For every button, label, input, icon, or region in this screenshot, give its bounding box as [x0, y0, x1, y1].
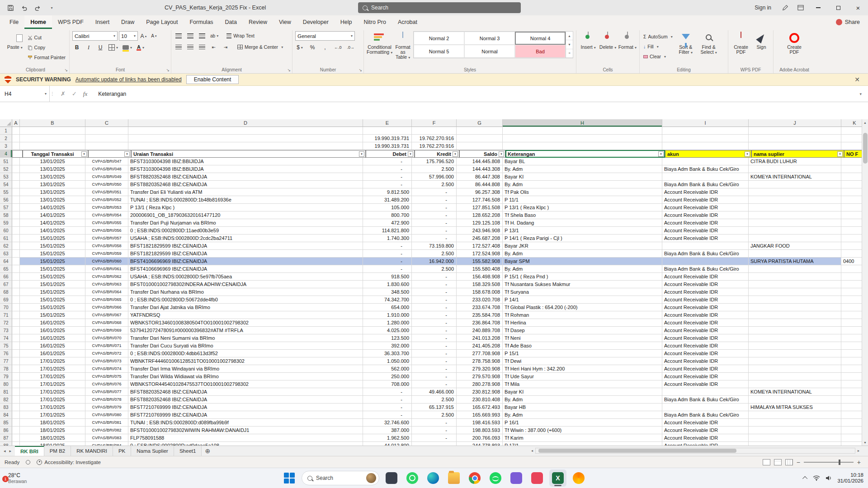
cell-E86[interactable]: 387.000: [363, 427, 412, 434]
styles-gallery-up-button[interactable]: ▲: [566, 32, 573, 40]
cell-D67[interactable]: BFST010001002798302INDERA ADHIW:CENAIDJA: [128, 281, 363, 288]
sheet-tab-rk-bri[interactable]: RK BRI: [15, 446, 44, 456]
format-cells-button[interactable]: Format▾: [618, 31, 637, 50]
cell-E62[interactable]: -: [363, 242, 412, 250]
cell-B2[interactable]: [20, 135, 85, 142]
cell-J57[interactable]: [749, 204, 841, 211]
sheet-nav-left-icon[interactable]: ◂: [4, 449, 6, 453]
cell-H85[interactable]: P 16/1: [503, 419, 662, 427]
cell-D56[interactable]: TUNAI ; ESB:INDS:0002800D:1b48b816936e: [128, 196, 363, 204]
cell-A66[interactable]: [12, 273, 20, 281]
cell-D55[interactable]: Transfer Dari Eli Yulianti via ATM: [128, 188, 363, 196]
cell-J66[interactable]: [749, 273, 841, 281]
cell-G58[interactable]: 128.652.208: [457, 211, 503, 219]
cell-H61[interactable]: P 14/1 ( Reza Parigi - Cjl ): [503, 235, 662, 242]
clock[interactable]: 10:18 31/01/2026: [837, 472, 863, 484]
cell-H54[interactable]: By. Adm: [503, 181, 662, 188]
customize-quick-access-button[interactable]: ▾: [45, 2, 57, 14]
restore-button[interactable]: [828, 0, 848, 15]
cell-B81[interactable]: 17/01/2025: [20, 388, 85, 396]
cell-C78[interactable]: CVPAS/BRI/074: [85, 365, 128, 373]
cell-A86[interactable]: [12, 427, 20, 434]
cell-D84[interactable]: BFST7210769999 IBIZ:CENAIDJA: [128, 411, 363, 419]
cell-F77[interactable]: -: [412, 357, 457, 365]
scroll-up-icon[interactable]: ▲: [862, 119, 868, 126]
cell-H63[interactable]: By. Adm: [503, 250, 662, 258]
close-button[interactable]: ×: [848, 0, 868, 15]
cell-H83[interactable]: Bayar HB: [503, 404, 662, 411]
cell-B84[interactable]: 17/01/2025: [20, 411, 85, 419]
taskbar-browser-icon[interactable]: [570, 469, 587, 487]
cell-F76[interactable]: -: [412, 350, 457, 357]
cell-E58[interactable]: 800.700: [363, 211, 412, 219]
cell-E67[interactable]: 1.830.600: [363, 281, 412, 288]
cell-D71[interactable]: YATFNDRSQ: [128, 311, 363, 319]
cell-C79[interactable]: CVPAS/BRI/075: [85, 373, 128, 380]
cell-G84[interactable]: 165.669.993: [457, 411, 503, 419]
row-header-88[interactable]: 88: [0, 442, 12, 446]
cell-I61[interactable]: Account Receivable IDR: [662, 235, 749, 242]
cell-B63[interactable]: 15/01/2025: [20, 250, 85, 258]
cell-D68[interactable]: Transfer Dari Nurhana via BRImo: [128, 288, 363, 296]
cell-B4[interactable]: Tanggal Transaksi▾: [23, 150, 88, 158]
cell-F70[interactable]: -: [412, 304, 457, 311]
cell-H52[interactable]: By. Adm: [503, 165, 662, 173]
cell-E68[interactable]: 348.500: [363, 288, 412, 296]
cell-B51[interactable]: 13/01/2025: [20, 158, 85, 165]
row-header-54[interactable]: 54: [0, 181, 12, 188]
cell-D85[interactable]: TUNAI ; ESB:INDS:0002800D:d089fba99b9f: [128, 419, 363, 427]
cell-A84[interactable]: [12, 411, 20, 419]
cell-I72[interactable]: Account Receivable IDR: [662, 319, 749, 327]
cell-D87[interactable]: FLP758091588: [128, 434, 363, 442]
align-middle-button[interactable]: [186, 31, 195, 40]
cell-H2[interactable]: [503, 135, 662, 142]
cell-F51[interactable]: 175.796.520: [412, 158, 457, 165]
row-header-74[interactable]: 74: [0, 334, 12, 342]
cell-E56[interactable]: 31.489.200: [363, 196, 412, 204]
cell-A71[interactable]: [12, 311, 20, 319]
cell-H58[interactable]: Tf Shela Baso: [503, 211, 662, 219]
font-size-select[interactable]: 10▾: [119, 31, 138, 41]
cell-C76[interactable]: CVPAS/BRI/072: [85, 350, 128, 357]
decrease-indent-button[interactable]: ⇤: [209, 42, 218, 52]
filter-button-C4[interactable]: ▾: [124, 151, 130, 157]
cell-C85[interactable]: CVPAS/BRI/081: [85, 419, 128, 427]
align-center-button[interactable]: [186, 42, 195, 52]
cell-F65[interactable]: 2.500: [412, 265, 457, 273]
decrease-font-size-button[interactable]: A▼: [150, 32, 159, 41]
cell-B70[interactable]: 15/01/2025: [20, 304, 85, 311]
sheet-tab-sheet1[interactable]: Sheet1: [174, 446, 202, 456]
ribbon-tab-help[interactable]: Help: [335, 15, 358, 29]
undo-button[interactable]: [18, 2, 30, 14]
cell-E51[interactable]: -: [363, 158, 412, 165]
bold-button[interactable]: B: [72, 43, 81, 52]
cell-J74[interactable]: [749, 334, 841, 342]
cell-J82[interactable]: [749, 396, 841, 404]
cell-I71[interactable]: Account Receivable IDR: [662, 311, 749, 319]
cell-A60[interactable]: [12, 227, 20, 235]
cell-H78[interactable]: Tf Heri Hani Hym : 342.200: [503, 365, 662, 373]
cell-A52[interactable]: [12, 165, 20, 173]
cell-I2[interactable]: [662, 135, 749, 142]
cell-H64[interactable]: Bayar SPM: [503, 258, 662, 265]
cell-C52[interactable]: CVPAS/BRI/048: [85, 165, 128, 173]
row-header-52[interactable]: 52: [0, 165, 12, 173]
weather-widget[interactable]: 1 28°C Berawan: [5, 473, 27, 484]
cell-J59[interactable]: [749, 219, 841, 227]
row-header-66[interactable]: 66: [0, 273, 12, 281]
row-header-79[interactable]: 79: [0, 373, 12, 380]
cell-E70[interactable]: 654.000: [363, 304, 412, 311]
cell-E72[interactable]: 1.280.000: [363, 319, 412, 327]
cell-A75[interactable]: [12, 342, 20, 350]
enter-icon[interactable]: ✓: [72, 90, 77, 97]
cell-E76[interactable]: 36.303.700: [363, 350, 412, 357]
row-header-60[interactable]: 60: [0, 227, 12, 235]
cell-I82[interactable]: Biaya Adm Bank & Buku Cek/Giro: [662, 396, 749, 404]
ribbon-tab-wps-pdf[interactable]: WPS PDF: [52, 15, 90, 29]
row-header-80[interactable]: 80: [0, 380, 12, 388]
cell-A83[interactable]: [12, 404, 20, 411]
cell-G67[interactable]: 158.329.508: [457, 281, 503, 288]
cell-D51[interactable]: BFST3103004398 IBIZ:BBIJIDJA: [128, 158, 363, 165]
cell-G69[interactable]: 233.020.708: [457, 296, 503, 304]
cell-I81[interactable]: [662, 388, 749, 396]
